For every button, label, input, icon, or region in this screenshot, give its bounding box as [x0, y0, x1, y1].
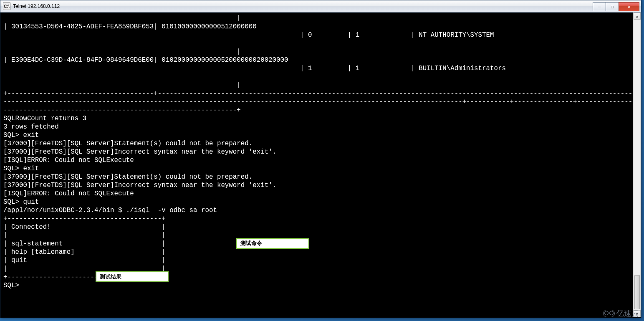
scroll-thumb[interactable]	[634, 275, 640, 309]
app-icon-label: C:\	[4, 4, 9, 9]
close-icon: ✕	[627, 5, 631, 9]
annotation-test-result-label: 测试结果	[100, 273, 121, 281]
window-title: Telnet 192.168.0.112	[13, 3, 593, 9]
maximize-button[interactable]: □	[606, 2, 619, 11]
watermark: 亿速云	[603, 308, 639, 318]
window-controls: ─ □ ✕	[593, 2, 639, 10]
chevron-up-icon: ▲	[635, 14, 639, 18]
annotation-test-result: 测试结果	[96, 271, 169, 282]
minimize-icon: ─	[598, 5, 601, 9]
watermark-logo-icon	[603, 310, 615, 317]
scroll-up-button[interactable]: ▲	[634, 13, 641, 20]
maximize-icon: □	[611, 5, 614, 9]
telnet-window: C:\ Telnet 192.168.0.112 ─ □ ✕ | | 30134…	[0, 0, 641, 318]
vertical-scrollbar[interactable]: ▲ ▼	[633, 13, 641, 317]
terminal-output: | | 30134553-D504-4825-ADEF-FEA859DBF053…	[1, 13, 641, 290]
watermark-text: 亿速云	[616, 308, 639, 318]
app-icon: C:\	[3, 3, 10, 10]
annotation-test-command: 测试命令	[236, 238, 309, 249]
scroll-track[interactable]	[634, 20, 641, 310]
annotation-test-command-label: 测试命令	[240, 240, 262, 247]
minimize-button[interactable]: ─	[593, 2, 606, 11]
titlebar[interactable]: C:\ Telnet 192.168.0.112 ─ □ ✕	[0, 0, 641, 13]
close-button[interactable]: ✕	[619, 2, 639, 11]
